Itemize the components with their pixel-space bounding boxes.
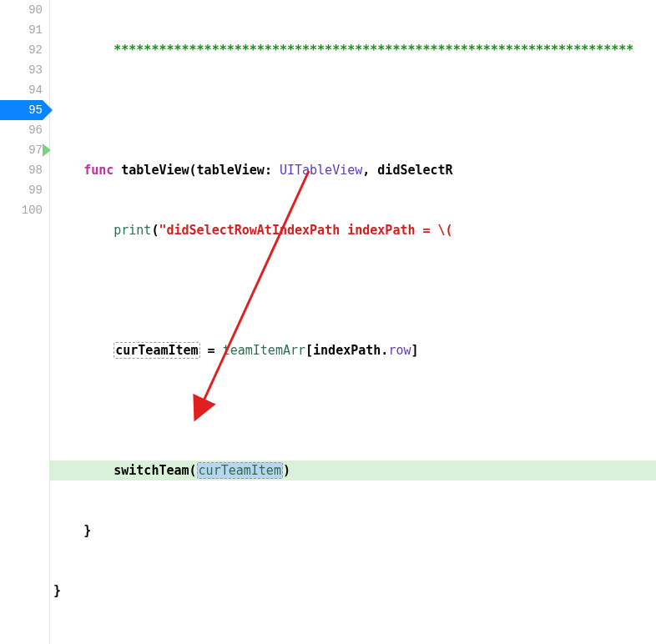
- execution-line: 97: [0, 140, 43, 160]
- line-number: 96: [0, 120, 43, 140]
- line-number: 94: [0, 80, 43, 100]
- code-area[interactable]: ****************************************…: [50, 0, 656, 644]
- line-number: 100: [0, 200, 43, 220]
- line-number: 98: [0, 160, 43, 180]
- line-number: 92: [0, 40, 43, 60]
- line-number: 99: [0, 180, 43, 200]
- code-editor: 90 91 92 93 94 95 96 97 98 99 100 ******…: [0, 0, 656, 644]
- line-gutter: 90 91 92 93 94 95 96 97 98 99 100: [0, 0, 50, 644]
- breakpoint-line[interactable]: 95: [0, 100, 43, 120]
- line-number: 91: [0, 20, 43, 40]
- line-number: 90: [0, 0, 43, 20]
- line-number: 93: [0, 60, 43, 80]
